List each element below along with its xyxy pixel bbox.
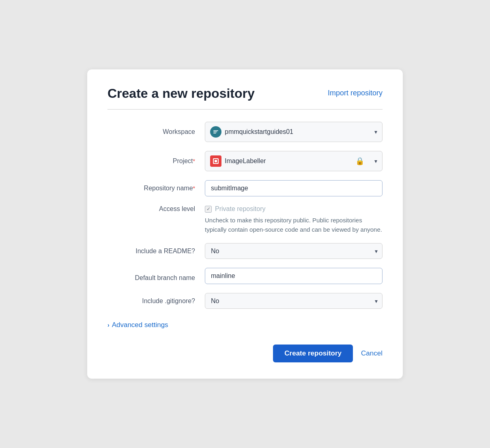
gitignore-select-container: No Yes ▾ <box>205 293 383 309</box>
workspace-chevron-icon: ▾ <box>374 129 377 135</box>
advanced-settings-label: Advanced settings <box>112 321 168 329</box>
cancel-button[interactable]: Cancel <box>361 349 383 358</box>
advanced-settings-button[interactable]: › Advanced settings <box>107 318 168 332</box>
lock-icon: 🔒 <box>355 157 364 166</box>
advanced-chevron-icon: › <box>107 322 110 328</box>
create-repository-dialog: Create a new repository Import repositor… <box>87 69 403 379</box>
svg-rect-3 <box>215 160 217 162</box>
create-repository-button[interactable]: Create repository <box>273 345 353 362</box>
workspace-select[interactable]: pmmquickstartguides01 ▾ <box>205 122 383 142</box>
workspace-row: Workspace pmmquickstartguides01 ▾ <box>107 122 383 142</box>
page-title: Create a new repository <box>107 86 255 101</box>
repo-name-required: * <box>193 185 195 192</box>
gitignore-label: Include .gitignore? <box>107 297 205 305</box>
workspace-control: pmmquickstartguides01 ▾ <box>205 122 383 142</box>
project-select-container[interactable]: ImageLabeller 🔒 ▾ <box>205 151 383 171</box>
gitignore-control: No Yes ▾ <box>205 293 383 309</box>
readme-row: Include a README? No Yes ▾ <box>107 243 383 259</box>
form-footer: Create repository Cancel <box>107 345 383 362</box>
branch-name-label: Default branch name <box>107 270 205 282</box>
header-divider <box>107 109 383 110</box>
gitignore-select[interactable]: No Yes <box>205 293 383 309</box>
repo-name-row: Repository name* <box>107 180 383 196</box>
check-icon: ✓ <box>206 207 211 211</box>
project-required: * <box>193 158 195 164</box>
access-description: Uncheck to make this repository public. … <box>205 216 383 234</box>
private-repo-label: Private repository <box>215 205 266 213</box>
repo-name-label: Repository name* <box>107 185 205 192</box>
readme-select[interactable]: No Yes <box>205 243 383 259</box>
access-level-label: Access level <box>107 205 205 213</box>
repo-name-input[interactable] <box>205 180 383 196</box>
project-control: ImageLabeller 🔒 ▾ <box>205 151 383 171</box>
branch-name-row: Default branch name <box>107 268 383 284</box>
project-chevron-icon: ▾ <box>374 158 377 164</box>
access-level-control: ✓ Private repository Uncheck to make thi… <box>205 205 383 234</box>
readme-select-container: No Yes ▾ <box>205 243 383 259</box>
project-avatar <box>210 155 221 167</box>
workspace-select-container[interactable]: pmmquickstartguides01 ▾ <box>205 122 383 142</box>
access-level-row: Access level ✓ Private repository Unchec… <box>107 205 383 234</box>
repo-name-control <box>205 180 383 196</box>
import-repository-link[interactable]: Import repository <box>328 86 383 97</box>
project-row: Project* ImageLabeller 🔒 ▾ <box>107 151 383 171</box>
readme-control: No Yes ▾ <box>205 243 383 259</box>
project-select[interactable]: ImageLabeller 🔒 ▾ <box>205 151 383 171</box>
dialog-header: Create a new repository Import repositor… <box>107 86 383 101</box>
workspace-label: Workspace <box>107 128 205 136</box>
private-repo-checkbox[interactable]: ✓ <box>205 206 212 213</box>
readme-label: Include a README? <box>107 248 205 255</box>
branch-name-input[interactable] <box>205 268 383 284</box>
workspace-avatar <box>210 126 221 138</box>
workspace-value: pmmquickstartguides01 <box>225 128 366 136</box>
private-repo-row: ✓ Private repository <box>205 205 383 213</box>
project-label: Project* <box>107 157 205 165</box>
branch-name-control <box>205 268 383 284</box>
gitignore-row: Include .gitignore? No Yes ▾ <box>107 293 383 309</box>
project-value: ImageLabeller <box>225 157 352 165</box>
